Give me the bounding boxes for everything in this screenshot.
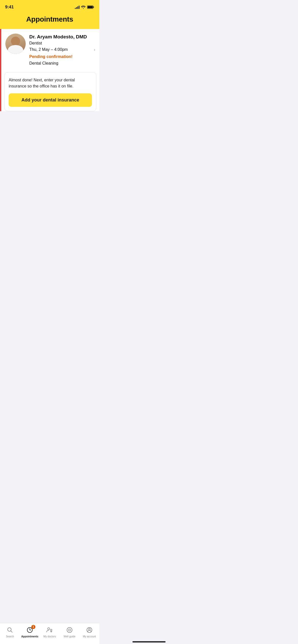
- wifi-icon: [81, 5, 86, 9]
- insurance-prompt-box: Almost done! Next, enter your dental ins…: [4, 72, 96, 111]
- battery-icon: [87, 5, 94, 9]
- insurance-prompt-text: Almost done! Next, enter your dental ins…: [9, 77, 92, 89]
- status-bar: 9:41: [0, 0, 99, 13]
- doctor-specialty: Dentist: [29, 41, 95, 46]
- appointment-card[interactable]: Dr. Aryam Modesto, DMD Dentist Thu, 2 Ma…: [0, 29, 99, 111]
- appointment-type: Dental Cleaning: [29, 61, 95, 66]
- pending-status: Pending confirmation!: [29, 54, 95, 59]
- chevron-right-icon[interactable]: ›: [94, 47, 95, 52]
- add-insurance-button[interactable]: Add your dental insurance: [9, 93, 92, 107]
- doctor-info: Dr. Aryam Modesto, DMD Dentist Thu, 2 Ma…: [29, 34, 95, 70]
- appointment-datetime: Thu, 2 May – 4:00pm: [29, 47, 68, 52]
- signal-icon: [75, 5, 79, 9]
- page-title: Appointments: [5, 15, 94, 23]
- status-time: 9:41: [5, 5, 14, 10]
- svg-rect-1: [93, 7, 94, 8]
- avatar-image: [5, 34, 26, 54]
- doctor-avatar: [5, 34, 26, 54]
- doctor-name: Dr. Aryam Modesto, DMD: [29, 34, 95, 40]
- status-icons: [75, 5, 94, 9]
- svg-rect-2: [88, 6, 93, 8]
- main-content: Dr. Aryam Modesto, DMD Dentist Thu, 2 Ma…: [0, 29, 99, 111]
- doctor-row: Dr. Aryam Modesto, DMD Dentist Thu, 2 Ma…: [5, 34, 95, 70]
- page-header: Appointments: [0, 13, 99, 29]
- datetime-row: Thu, 2 May – 4:00pm ›: [29, 47, 95, 52]
